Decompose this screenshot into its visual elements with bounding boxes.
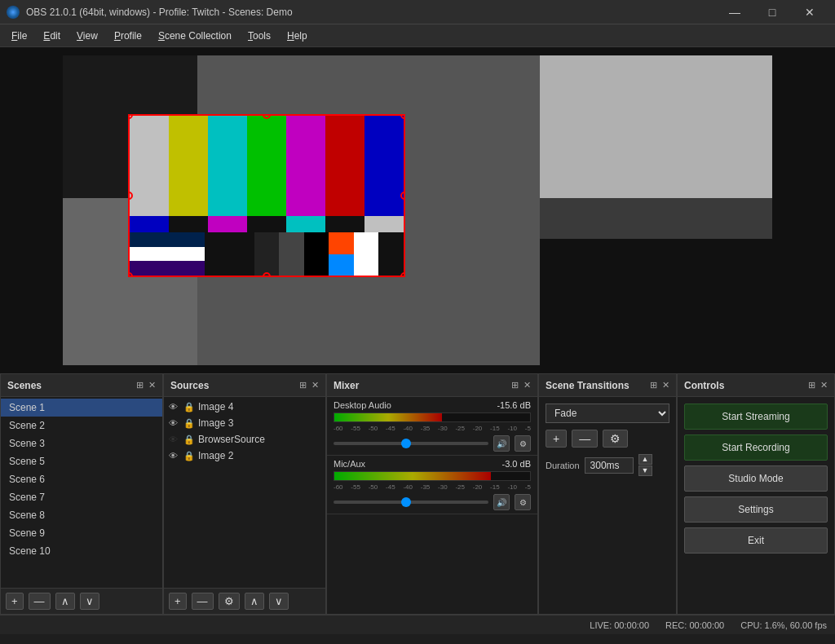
- scene-item-1[interactable]: Scene 1: [1, 399, 162, 417]
- sources-up-button[interactable]: ∧: [245, 593, 264, 610]
- lock-icon-image2[interactable]: 🔒: [183, 451, 195, 461]
- duration-input[interactable]: [585, 457, 634, 474]
- bar-magenta-mid: [208, 216, 247, 232]
- duration-row: Duration ▲ ▼: [546, 454, 669, 476]
- menu-tools[interactable]: Tools: [240, 27, 279, 45]
- menu-file[interactable]: File: [3, 27, 35, 45]
- sources-footer: + — ⚙ ∧ ∨: [164, 588, 325, 614]
- controls-lock-icon[interactable]: ⊞: [808, 380, 815, 390]
- handle-br[interactable]: [400, 272, 405, 277]
- handle-bm[interactable]: [263, 272, 271, 277]
- scene-item-10[interactable]: Scene 10: [1, 542, 162, 560]
- scene-item-8[interactable]: Scene 8: [1, 506, 162, 524]
- panels-content: Scenes ⊞ ✕ Scene 1 Scene 2 Scene 3 Scene…: [0, 373, 835, 615]
- duration-down-button[interactable]: ▼: [638, 465, 652, 476]
- source-item-image3[interactable]: 👁 🔒 Image 3: [164, 415, 325, 431]
- menu-profile[interactable]: Profile: [106, 27, 150, 45]
- controls-panel-title: Controls: [684, 380, 724, 391]
- obs-app-icon: [7, 6, 20, 19]
- mixer-close-icon[interactable]: ✕: [524, 380, 531, 390]
- transitions-content: Fade Cut Move + — ⚙ Duration ▲ ▼: [539, 397, 676, 614]
- mic-mixer-controls: 🔊 ⚙: [334, 494, 531, 510]
- scene-item-2[interactable]: Scene 2: [1, 417, 162, 434]
- start-streaming-button[interactable]: Start Streaming: [684, 404, 828, 430]
- sources-settings-button[interactable]: ⚙: [219, 593, 240, 610]
- mixer-channel-mic: Mic/Aux -3.0 dB -60-55-50-45-40-35-30-25…: [327, 456, 537, 514]
- scenes-panel-header: Scenes ⊞ ✕: [1, 374, 162, 397]
- scene-item-7[interactable]: Scene 7: [1, 488, 162, 506]
- mic-vol-slider[interactable]: [334, 501, 488, 504]
- eye-icon-image2[interactable]: 👁: [169, 451, 180, 461]
- source-label-image3: Image 3: [198, 417, 233, 429]
- sources-add-button[interactable]: +: [169, 593, 187, 610]
- scenes-down-button[interactable]: ∨: [80, 593, 99, 610]
- transitions-close-icon[interactable]: ✕: [662, 380, 669, 390]
- scene-item-5[interactable]: Scene 5: [1, 452, 162, 470]
- source-item-image4[interactable]: 👁 🔒 Image 4: [164, 399, 325, 415]
- menu-help[interactable]: Help: [279, 27, 316, 45]
- desktop-settings-button[interactable]: ⚙: [515, 435, 531, 452]
- source-item-image2[interactable]: 👁 🔒 Image 2: [164, 448, 325, 464]
- bars-bottom: [130, 232, 404, 276]
- eye-icon-image4[interactable]: 👁: [169, 402, 180, 412]
- lock-icon-browser[interactable]: 🔒: [183, 434, 195, 445]
- transition-remove-button[interactable]: —: [572, 430, 598, 448]
- sources-lock-icon[interactable]: ⊞: [299, 380, 307, 390]
- titlebar-controls: — □ ✕: [716, 0, 828, 24]
- duration-up-button[interactable]: ▲: [638, 454, 652, 465]
- mic-settings-button[interactable]: ⚙: [515, 494, 531, 510]
- bar-blue-mid: [130, 216, 169, 232]
- close-button[interactable]: ✕: [791, 0, 828, 24]
- controls-close-icon[interactable]: ✕: [820, 380, 828, 390]
- transition-buttons: + — ⚙: [546, 430, 669, 448]
- source-item-browser[interactable]: 👁 🔒 BrowserSource: [164, 431, 325, 448]
- settings-button[interactable]: Settings: [684, 496, 828, 523]
- eye-icon-image3[interactable]: 👁: [169, 418, 180, 428]
- sources-down-button[interactable]: ∨: [269, 593, 289, 610]
- desktop-mute-button[interactable]: 🔊: [493, 435, 510, 452]
- desktop-vol-thumb[interactable]: [401, 439, 411, 448]
- mic-mute-button[interactable]: 🔊: [493, 494, 510, 510]
- preview-area: [0, 47, 835, 373]
- lock-icon-image3[interactable]: 🔒: [183, 418, 195, 429]
- desktop-audio-db: -15.6 dB: [497, 400, 531, 410]
- mixer-lock-icon[interactable]: ⊞: [511, 380, 519, 390]
- maximize-button[interactable]: □: [753, 0, 791, 24]
- bar-green: [247, 116, 286, 216]
- menu-scene-collection[interactable]: Scene Collection: [150, 27, 240, 45]
- bar-cyan-mid: [286, 216, 325, 232]
- scenes-up-button[interactable]: ∧: [55, 593, 75, 610]
- transition-add-button[interactable]: +: [546, 430, 567, 448]
- exit-button[interactable]: Exit: [684, 527, 828, 554]
- eye-icon-browser[interactable]: 👁: [169, 434, 180, 444]
- sources-close-icon[interactable]: ✕: [311, 380, 319, 390]
- desktop-vol-slider[interactable]: [334, 442, 488, 445]
- mixer-panel-icons: ⊞ ✕: [511, 380, 531, 390]
- mic-vol-thumb[interactable]: [401, 497, 411, 507]
- statusbar: LIVE: 00:00:00 REC: 00:00:00 CPU: 1.6%, …: [0, 615, 835, 634]
- transition-settings-button[interactable]: ⚙: [603, 430, 628, 448]
- controls-panel-icons: ⊞ ✕: [808, 380, 828, 390]
- transitions-lock-icon[interactable]: ⊞: [650, 380, 657, 390]
- menu-view[interactable]: View: [68, 27, 106, 45]
- scene-item-9[interactable]: Scene 9: [1, 524, 162, 542]
- handle-mr[interactable]: [400, 192, 405, 200]
- preview-canvas: [63, 55, 772, 365]
- scenes-lock-icon[interactable]: ⊞: [136, 380, 144, 390]
- scenes-close-icon[interactable]: ✕: [148, 380, 156, 390]
- bar-white-mid: [364, 216, 404, 232]
- scenes-add-button[interactable]: +: [6, 593, 24, 610]
- sources-remove-button[interactable]: —: [192, 593, 214, 610]
- transition-select[interactable]: Fade Cut Move: [546, 404, 669, 423]
- lock-icon-image4[interactable]: 🔒: [183, 402, 195, 412]
- bar-yellow: [169, 116, 208, 216]
- start-recording-button[interactable]: Start Recording: [684, 434, 828, 461]
- menu-edit[interactable]: Edit: [35, 27, 68, 45]
- window-title: OBS 21.0.1 (64bit, windows) - Profile: T…: [26, 7, 293, 18]
- scene-item-3[interactable]: Scene 3: [1, 434, 162, 452]
- sources-panel-icons: ⊞ ✕: [299, 380, 319, 390]
- studio-mode-button[interactable]: Studio Mode: [684, 465, 828, 492]
- scene-item-6[interactable]: Scene 6: [1, 470, 162, 488]
- scenes-remove-button[interactable]: —: [29, 593, 51, 610]
- minimize-button[interactable]: —: [716, 0, 753, 24]
